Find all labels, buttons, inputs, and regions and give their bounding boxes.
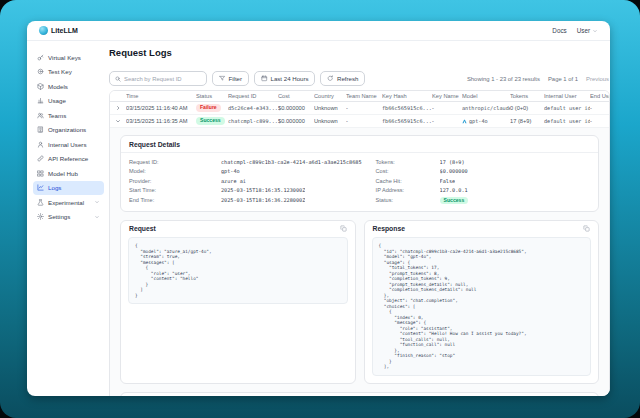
cell-model: gpt-4o: [462, 118, 510, 124]
organizations-icon: [37, 126, 44, 133]
cell-time: 03/15/2025 11:16:35 AM: [126, 118, 196, 124]
detail-value-request-id: chatcmpl-c899c1b3-ca2e-4214-a6d1-a3ae215…: [221, 159, 362, 165]
metadata-title: Metadata: [121, 393, 598, 396]
refresh-button[interactable]: Refresh: [320, 71, 365, 86]
chevron-down-icon: [592, 28, 598, 34]
status-badge: Failure: [196, 104, 221, 112]
app-name: LiteLLM: [51, 27, 78, 34]
detail-value-cost: $0.000000: [440, 168, 468, 174]
sidebar-item-label: Usage: [48, 97, 66, 104]
cell-key-hash: fb66c565915c6...: [382, 105, 432, 111]
detail-value-start-time: 2025-03-15T18:16:35.123000Z: [221, 187, 305, 193]
page-title: Request Logs: [109, 47, 610, 58]
status-badge: Success: [196, 117, 225, 125]
logs-toolbar: Filter Last 24 Hours Refresh Showing 1 -…: [109, 71, 610, 86]
refresh-button-label: Refresh: [337, 75, 358, 82]
response-panel: Response { "id": "chatcmpl-c899c1b3-ca2e…: [364, 220, 600, 384]
sidebar-item-internal-users[interactable]: Internal Users: [33, 137, 104, 152]
sidebar-item-label: Test Key: [48, 68, 72, 75]
docs-link[interactable]: Docs: [552, 27, 566, 34]
request-panel-title: Request: [129, 225, 156, 232]
app-logo[interactable]: LiteLLM: [39, 26, 78, 35]
cell-country: Unknown: [314, 105, 346, 111]
sidebar-item-organizations[interactable]: Organizations: [33, 123, 104, 138]
expanded-log-detail: Request Details Request ID:chatcmpl-c899…: [110, 128, 609, 396]
chevron-down-icon: [94, 214, 100, 220]
col-status: Status: [196, 93, 228, 99]
sidebar-item-models[interactable]: Models: [33, 79, 104, 94]
azure-provider-icon: [462, 119, 467, 124]
copy-icon[interactable]: [583, 225, 590, 232]
col-internal-user: Internal User: [544, 93, 590, 99]
col-request-id: Request ID: [228, 93, 278, 99]
detail-label: Provider:: [129, 178, 221, 184]
teams-icon: [37, 112, 44, 119]
cell-time: 03/15/2025 11:16:40 AM: [126, 105, 196, 111]
cell-key-name: -: [432, 105, 462, 111]
sidebar-item-label: Teams: [48, 112, 66, 119]
sidebar-item-settings[interactable]: Settings: [33, 210, 104, 225]
chevron-down-icon[interactable]: [115, 118, 121, 124]
search-box: [109, 71, 207, 86]
filter-button[interactable]: Filter: [212, 71, 249, 86]
cell-internal-user: default_user_id: [544, 118, 590, 124]
api-reference-icon: [37, 155, 44, 162]
detail-label: End Time:: [129, 197, 221, 203]
sidebar-item-usage[interactable]: Usage: [33, 94, 104, 109]
cell-request-id: d5c26ce4-e343...: [228, 105, 278, 111]
cell-country: Unknown: [314, 118, 346, 124]
cell-team-name: -: [346, 105, 382, 111]
cell-model: anthropic/claude-...: [462, 105, 510, 111]
metadata-card: Metadata: [120, 392, 599, 396]
detail-value-cache-hit: False: [440, 178, 456, 184]
col-model: Model: [462, 93, 510, 99]
cell-key-name: -: [432, 118, 462, 124]
table-row[interactable]: 03/15/2025 11:16:40 AM Failure d5c26ce4-…: [110, 102, 609, 115]
cell-internal-user: default_user_id: [544, 105, 590, 111]
cell-team-name: -: [346, 118, 382, 124]
cell-tokens: 17 (8+9): [510, 118, 544, 124]
sidebar-item-label: Internal Users: [48, 141, 87, 148]
sidebar-item-label: Experimental: [48, 199, 84, 206]
sidebar-item-virtual-keys[interactable]: Virtual Keys: [33, 50, 104, 65]
sidebar-item-experimental[interactable]: Experimental: [33, 195, 104, 210]
sidebar-item-api-reference[interactable]: API Reference: [33, 152, 104, 167]
request-panel: Request { "model": "azure_ai/gpt-4o", "s…: [120, 220, 356, 384]
litellm-app-window: LiteLLM Docs User Virtual Keys Test Key …: [27, 21, 610, 396]
previous-page-button[interactable]: Previous: [586, 76, 609, 82]
user-menu[interactable]: User: [577, 27, 598, 34]
sidebar-item-teams[interactable]: Teams: [33, 108, 104, 123]
detail-label: Status:: [376, 197, 440, 203]
response-panel-title: Response: [373, 225, 405, 232]
cell-cost: $0.000000: [278, 118, 314, 124]
sidebar-item-model-hub[interactable]: Model Hub: [33, 166, 104, 181]
sidebar-item-label: Models: [48, 83, 68, 90]
chevron-right-icon[interactable]: [115, 105, 121, 111]
key-icon: [37, 54, 44, 61]
col-tokens: Tokens: [510, 93, 544, 99]
col-key-hash: Key Hash: [382, 93, 432, 99]
refresh-icon: [327, 75, 334, 82]
copy-icon[interactable]: [340, 225, 347, 232]
user-menu-label: User: [577, 27, 590, 34]
usage-icon: [37, 97, 44, 104]
sidebar-item-test-key[interactable]: Test Key: [33, 65, 104, 80]
settings-icon: [37, 213, 44, 220]
detail-label: Model:: [129, 168, 221, 174]
response-json-code: { "id": "chatcmpl-c899c1b3-ca2e-4214-a6d…: [372, 237, 592, 376]
sidebar-item-logs[interactable]: Logs: [33, 181, 104, 196]
sidebar: Virtual Keys Test Key Models Usage Teams…: [27, 41, 108, 396]
cell-end-user: -: [590, 118, 610, 124]
detail-value-end-time: 2025-03-15T18:16:36.228000Z: [221, 197, 305, 203]
request-details-card: Request Details Request ID:chatcmpl-c899…: [120, 135, 599, 212]
detail-label: IP Address:: [376, 187, 440, 193]
litellm-logo-icon: [39, 26, 48, 35]
search-input[interactable]: [124, 76, 201, 82]
time-range-button[interactable]: Last 24 Hours: [254, 71, 315, 86]
logs-icon: [37, 184, 44, 191]
time-range-label: Last 24 Hours: [271, 75, 309, 82]
detail-value-ip-address: 127.0.0.1: [440, 187, 468, 193]
top-navbar: LiteLLM Docs User: [27, 21, 610, 41]
table-row[interactable]: 03/15/2025 11:16:35 AM Success chatcmpl-…: [110, 115, 609, 128]
col-end-user: End User: [590, 93, 610, 99]
